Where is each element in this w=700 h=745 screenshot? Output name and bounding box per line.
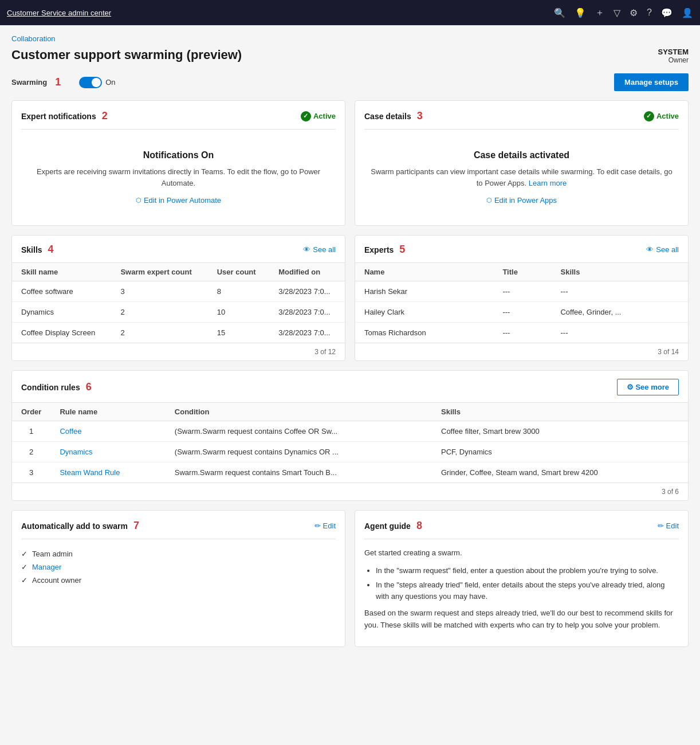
swarming-row: Swarming 1 On Manage setups xyxy=(11,73,689,91)
gear-icon: ⚙ xyxy=(627,383,634,391)
lightbulb-icon[interactable]: 💡 xyxy=(575,7,586,18)
expert-notifications-title: Expert notifications 2 xyxy=(21,110,108,122)
modified-on-header: Modified on xyxy=(269,263,345,281)
table-row: Coffee Display Screen 2 15 3/28/2023 7:0… xyxy=(12,323,345,343)
auto-add-title: Automatically add to swarm 7 xyxy=(21,520,139,532)
rule-name-link[interactable]: Steam Wand Rule xyxy=(60,468,120,477)
eye-icon: 👁 xyxy=(303,245,310,254)
table-row: Hailey Clark --- Coffee, Grinder, ... xyxy=(355,302,688,323)
swarming-label: Swarming xyxy=(11,78,47,87)
name-header: Name xyxy=(355,263,493,281)
experts-table-body: Harish Sekar --- --- Hailey Clark --- Co… xyxy=(355,281,688,343)
external-link-icon: ⬡ xyxy=(136,197,141,204)
auto-add-item-manager: ✓ Manager xyxy=(21,560,336,574)
manage-setups-button[interactable]: Manage setups xyxy=(614,73,689,91)
expert-skills-cell: --- xyxy=(551,323,688,343)
skills-footer: 3 of 12 xyxy=(12,343,345,360)
table-row: Tomas Richardson --- --- xyxy=(355,323,688,343)
edit-power-automate-link[interactable]: ⬡ Edit in Power Automate xyxy=(136,196,221,205)
app-title[interactable]: Customer Service admin center xyxy=(7,9,549,17)
case-active-check-icon: ✓ xyxy=(644,111,654,121)
system-label: SYSTEM xyxy=(658,48,689,56)
notifications-heading: Notifications On xyxy=(27,150,330,160)
condition-rules-see-more-button[interactable]: ⚙ See more xyxy=(617,379,679,395)
rule-name-link[interactable]: Dynamics xyxy=(60,448,92,456)
checkmark-icon-2: ✓ xyxy=(21,563,27,571)
rule-skills-cell: Grinder, Coffee, Steam wand, Smart brew … xyxy=(432,462,688,483)
agent-guide-edit-link[interactable]: ✏ Edit xyxy=(658,522,679,530)
user-count-cell: 15 xyxy=(208,323,270,343)
skill-name-header: Skill name xyxy=(12,263,111,281)
auto-add-item-team-admin: ✓ Team admin xyxy=(21,547,336,560)
add-icon[interactable]: ＋ xyxy=(595,7,604,19)
manager-link[interactable]: Manager xyxy=(32,563,61,571)
owner-label: Owner xyxy=(658,56,689,64)
experts-title: Experts 5 xyxy=(364,244,405,256)
table-row: 2 Dynamics (Swarm.Swarm request contains… xyxy=(12,442,688,462)
experts-card: Experts 5 👁 See all Name Title Skills xyxy=(355,235,689,361)
rule-name-cell[interactable]: Coffee xyxy=(50,421,165,442)
user-count-cell: 10 xyxy=(208,302,270,323)
top-navigation: Customer Service admin center 🔍 💡 ＋ ▽ ⚙ … xyxy=(0,0,700,25)
checkmark-icon: ✓ xyxy=(21,550,27,558)
filter-icon[interactable]: ▽ xyxy=(614,7,620,18)
swarm-expert-count-cell: 3 xyxy=(111,281,207,302)
modified-on-cell: 3/28/2023 7:0... xyxy=(269,302,345,323)
chat-icon[interactable]: 💬 xyxy=(661,7,673,18)
top-cards-grid: Expert notifications 2 ✓ Active Notifica… xyxy=(11,100,689,226)
breadcrumb[interactable]: Collaboration xyxy=(11,34,689,43)
rule-skills-cell: Coffee filter, Smart brew 3000 xyxy=(432,421,688,442)
settings-icon[interactable]: ⚙ xyxy=(630,7,638,18)
swarming-step: 1 xyxy=(55,76,61,88)
skills-header: Skills xyxy=(551,263,688,281)
skill-name-cell: Coffee software xyxy=(12,281,111,302)
experts-table-header-row: Name Title Skills xyxy=(355,263,688,281)
bottom-cards-grid: Automatically add to swarm 7 ✏ Edit ✓ Te… xyxy=(11,510,689,647)
auto-add-edit-link[interactable]: ✏ Edit xyxy=(314,522,336,530)
agent-guide-step: 8 xyxy=(416,520,422,532)
rule-name-cell[interactable]: Steam Wand Rule xyxy=(50,462,165,483)
pencil-icon: ✏ xyxy=(314,522,321,530)
skills-col-header: Skills xyxy=(432,403,688,421)
swarming-toggle[interactable] xyxy=(79,77,102,88)
skills-experts-grid: Skills 4 👁 See all Skill name Swarm expe… xyxy=(11,235,689,361)
rule-name-link[interactable]: Coffee xyxy=(60,427,81,436)
expert-name-cell: Harish Sekar xyxy=(355,281,493,302)
condition-rules-header-row: Order Rule name Condition Skills xyxy=(12,403,688,421)
case-details-active-badge: ✓ Active xyxy=(644,111,679,121)
case-details-card: Case details 3 ✓ Active Case details act… xyxy=(355,100,689,226)
skills-table-header-row: Skill name Swarm expert count User count… xyxy=(12,263,345,281)
agent-guide-conclusion: Based on the swarm request and steps alr… xyxy=(364,607,679,632)
rule-skills-cell: PCF, Dynamics xyxy=(432,442,688,462)
list-item: In the "steps already tried" field, ente… xyxy=(376,579,679,602)
active-check-icon: ✓ xyxy=(301,111,311,121)
condition-rules-table: Order Rule name Condition Skills 1 Coffe… xyxy=(12,403,688,483)
modified-on-cell: 3/28/2023 7:0... xyxy=(269,281,345,302)
rule-name-cell[interactable]: Dynamics xyxy=(50,442,165,462)
swarm-expert-count-cell: 2 xyxy=(111,302,207,323)
agent-guide-bullets: In the "swarm request" field, enter a qu… xyxy=(376,565,679,602)
table-row: 1 Coffee (Swarm.Swarm request contains C… xyxy=(12,421,688,442)
swarm-expert-count-cell: 2 xyxy=(111,323,207,343)
experts-step: 5 xyxy=(399,244,405,256)
swarm-expert-count-header: Swarm expert count xyxy=(111,263,207,281)
swarming-toggle-text: On xyxy=(105,78,115,87)
skills-see-all-link[interactable]: 👁 See all xyxy=(303,245,336,254)
search-icon[interactable]: 🔍 xyxy=(554,7,565,18)
case-details-content: Case details activated Swarm participant… xyxy=(364,139,679,216)
skills-step: 4 xyxy=(48,244,54,256)
learn-more-link[interactable]: Learn more xyxy=(529,179,567,187)
user-icon[interactable]: 👤 xyxy=(682,7,693,18)
experts-see-all-link[interactable]: 👁 See all xyxy=(646,245,679,254)
agent-guide-intro: Get started creating a swarm. xyxy=(364,547,679,559)
list-item: In the "swarm request" field, enter a qu… xyxy=(376,565,679,577)
help-icon[interactable]: ? xyxy=(647,7,652,18)
expert-skills-cell: --- xyxy=(551,281,688,302)
page-header: Customer support swarming (preview) SYST… xyxy=(11,48,689,64)
user-count-header: User count xyxy=(208,263,270,281)
condition-header: Condition xyxy=(166,403,432,421)
edit-power-apps-link[interactable]: ⬡ Edit in Power Apps xyxy=(486,196,557,205)
auto-add-header: Automatically add to swarm 7 ✏ Edit xyxy=(21,520,336,539)
pencil-icon-2: ✏ xyxy=(658,522,664,530)
experts-table: Name Title Skills Harish Sekar --- --- H… xyxy=(355,263,688,343)
